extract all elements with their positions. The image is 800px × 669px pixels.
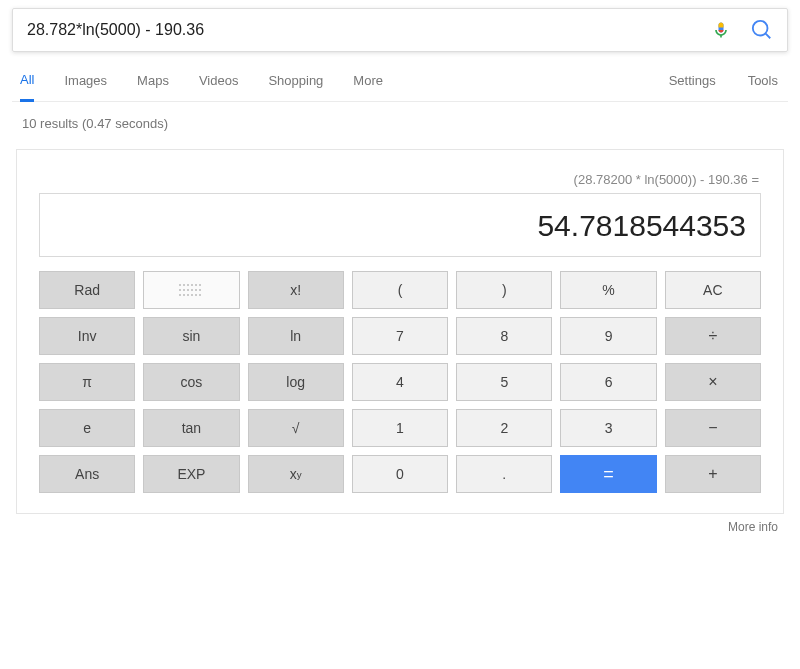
key-ln[interactable]: ln — [248, 317, 344, 355]
key-subtract[interactable]: − — [665, 409, 761, 447]
key-cos[interactable]: cos — [143, 363, 239, 401]
search-bar — [12, 8, 788, 52]
svg-point-17 — [199, 294, 201, 296]
key-divide[interactable]: ÷ — [665, 317, 761, 355]
calc-expression: (28.78200 * ln(5000)) - 190.36 = — [39, 172, 761, 187]
tab-all[interactable]: All — [20, 72, 34, 102]
svg-point-3 — [191, 284, 193, 286]
key-tan[interactable]: tan — [143, 409, 239, 447]
tab-maps[interactable]: Maps — [137, 73, 169, 100]
svg-point-15 — [191, 294, 193, 296]
tab-more[interactable]: More — [353, 73, 383, 100]
tab-tools[interactable]: Tools — [748, 73, 778, 100]
svg-point-4 — [195, 284, 197, 286]
key-0[interactable]: 0 — [352, 455, 448, 493]
key-equals[interactable]: = — [560, 455, 656, 493]
search-input[interactable] — [27, 9, 711, 51]
key-percent[interactable]: % — [560, 271, 656, 309]
svg-point-1 — [183, 284, 185, 286]
key-7[interactable]: 7 — [352, 317, 448, 355]
svg-point-10 — [195, 289, 197, 291]
key-sqrt[interactable]: √ — [248, 409, 344, 447]
tab-videos[interactable]: Videos — [199, 73, 239, 100]
svg-point-8 — [187, 289, 189, 291]
key-pi[interactable]: π — [39, 363, 135, 401]
svg-point-14 — [187, 294, 189, 296]
key-5[interactable]: 5 — [456, 363, 552, 401]
svg-point-5 — [199, 284, 201, 286]
key-9[interactable]: 9 — [560, 317, 656, 355]
key-1[interactable]: 1 — [352, 409, 448, 447]
key-e[interactable]: e — [39, 409, 135, 447]
key-deg[interactable] — [143, 271, 239, 309]
key-sin[interactable]: sin — [143, 317, 239, 355]
result-stats: 10 results (0.47 seconds) — [12, 102, 788, 149]
key-6[interactable]: 6 — [560, 363, 656, 401]
calculator: (28.78200 * ln(5000)) - 190.36 = 54.7818… — [16, 149, 784, 514]
tab-settings[interactable]: Settings — [669, 73, 716, 100]
calc-keypad: Rad x! ( ) % AC Inv sin ln 7 8 9 ÷ π cos… — [39, 271, 761, 493]
svg-point-0 — [179, 284, 181, 286]
search-icon[interactable] — [751, 19, 773, 41]
key-factorial[interactable]: x! — [248, 271, 344, 309]
tab-images[interactable]: Images — [64, 73, 107, 100]
tab-shopping[interactable]: Shopping — [268, 73, 323, 100]
key-inv[interactable]: Inv — [39, 317, 135, 355]
key-dot[interactable]: . — [456, 455, 552, 493]
svg-point-2 — [187, 284, 189, 286]
key-add[interactable]: + — [665, 455, 761, 493]
key-4[interactable]: 4 — [352, 363, 448, 401]
tab-row: All Images Maps Videos Shopping More Set… — [12, 52, 788, 102]
more-info-link[interactable]: More info — [12, 514, 788, 534]
svg-point-16 — [195, 294, 197, 296]
calc-result: 54.7818544353 — [39, 193, 761, 257]
key-power[interactable]: xy — [248, 455, 344, 493]
key-2[interactable]: 2 — [456, 409, 552, 447]
svg-point-12 — [179, 294, 181, 296]
key-lparen[interactable]: ( — [352, 271, 448, 309]
svg-point-11 — [199, 289, 201, 291]
svg-point-9 — [191, 289, 193, 291]
key-log[interactable]: log — [248, 363, 344, 401]
key-3[interactable]: 3 — [560, 409, 656, 447]
key-ac[interactable]: AC — [665, 271, 761, 309]
key-8[interactable]: 8 — [456, 317, 552, 355]
svg-point-7 — [183, 289, 185, 291]
key-multiply[interactable]: × — [665, 363, 761, 401]
key-exp[interactable]: EXP — [143, 455, 239, 493]
mic-icon[interactable] — [711, 20, 731, 40]
svg-point-6 — [179, 289, 181, 291]
key-rad[interactable]: Rad — [39, 271, 135, 309]
svg-point-13 — [183, 294, 185, 296]
key-rparen[interactable]: ) — [456, 271, 552, 309]
key-ans[interactable]: Ans — [39, 455, 135, 493]
